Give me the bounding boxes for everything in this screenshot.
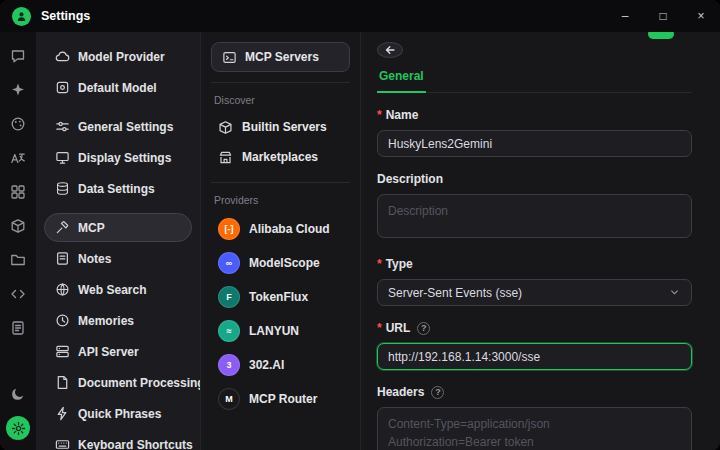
- sliders-icon: [55, 119, 70, 134]
- headers-textarea[interactable]: [377, 407, 692, 450]
- provider-tokenflux[interactable]: F TokenFlux: [211, 280, 350, 314]
- name-input[interactable]: [377, 130, 692, 157]
- sidebar-item-document-processing[interactable]: Document Processing: [44, 368, 192, 397]
- close-button[interactable]: ×: [682, 0, 720, 32]
- provider-mcp-router[interactable]: M MCP Router: [211, 382, 350, 416]
- headers-field: Headers ?: [377, 385, 692, 450]
- builtin-servers-item[interactable]: Builtin Servers: [211, 112, 350, 142]
- sidebar-item-model-provider[interactable]: Model Provider: [44, 42, 192, 71]
- rail-button-translate[interactable]: [6, 146, 30, 170]
- rail-button-code[interactable]: [6, 282, 30, 306]
- provider-label: MCP Router: [249, 392, 317, 406]
- sidebar-item-data-settings[interactable]: Data Settings: [44, 174, 192, 203]
- sidebar-item-label: Memories: [78, 314, 134, 328]
- tab-general[interactable]: General: [377, 63, 426, 93]
- rail-button-theme[interactable]: [6, 382, 30, 406]
- help-icon[interactable]: ?: [417, 322, 430, 335]
- lanyun-logo-icon: ≈: [218, 320, 240, 342]
- minimize-button[interactable]: –: [606, 0, 644, 32]
- mcp-servers-button[interactable]: MCP Servers: [211, 42, 350, 72]
- package-icon: [10, 218, 26, 234]
- provider-lanyun[interactable]: ≈ LANYUN: [211, 314, 350, 348]
- globe-icon: [55, 282, 70, 297]
- provider-label: 302.AI: [249, 358, 284, 372]
- sidebar-item-default-model[interactable]: Default Model: [44, 73, 192, 102]
- arrow-left-icon: [383, 43, 397, 57]
- rail-button-chat[interactable]: [6, 44, 30, 68]
- settings-window: Settings – □ ×: [0, 0, 720, 450]
- sidebar-item-display-settings[interactable]: Display Settings: [44, 143, 192, 172]
- sidebar-item-notes[interactable]: Notes: [44, 244, 192, 273]
- notes-icon: [55, 251, 70, 266]
- mcp-servers-label: MCP Servers: [245, 50, 319, 64]
- url-field-label: * URL ?: [377, 321, 692, 335]
- display-icon: [55, 150, 70, 165]
- type-select-value: Server-Sent Events (sse): [388, 286, 522, 300]
- clipboard-icon: [10, 320, 26, 336]
- folder-icon: [10, 252, 26, 268]
- document-icon: [55, 375, 70, 390]
- sidebar-item-label: MCP: [78, 221, 105, 235]
- provider-302ai[interactable]: 3 302.AI: [211, 348, 350, 382]
- sidebar-item-general-settings[interactable]: General Settings: [44, 112, 192, 141]
- zap-icon: [55, 406, 70, 421]
- app-icon-rail: [0, 32, 36, 450]
- translate-icon: [10, 150, 26, 166]
- rail-button-minapp[interactable]: [6, 214, 30, 238]
- field-label-text: Name: [386, 108, 419, 122]
- type-field-label: * Type: [377, 257, 692, 271]
- titlebar: Settings – □ ×: [0, 0, 720, 32]
- sidebar-item-keyboard-shortcuts[interactable]: Keyboard Shortcuts: [44, 430, 192, 450]
- sidebar-group-features: MCP Notes Web Search Memories API Server: [44, 213, 192, 450]
- url-input[interactable]: [377, 343, 692, 370]
- rail-button-palette[interactable]: [6, 112, 30, 136]
- clock-icon: [55, 313, 70, 328]
- active-toggle-partial[interactable]: [648, 32, 674, 39]
- field-label-text: Headers: [377, 385, 424, 399]
- description-textarea[interactable]: [377, 194, 692, 238]
- help-icon[interactable]: ?: [431, 386, 444, 399]
- sidebar-item-label: Document Processing: [78, 376, 200, 390]
- marketplaces-label: Marketplaces: [242, 150, 318, 164]
- provider-modelscope[interactable]: ∞ ModelScope: [211, 246, 350, 280]
- sidebar-item-web-search[interactable]: Web Search: [44, 275, 192, 304]
- gear-icon: [11, 421, 26, 436]
- provider-alibaba-cloud[interactable]: [-] Alibaba Cloud: [211, 212, 350, 246]
- rail-button-files[interactable]: [6, 248, 30, 272]
- rail-button-apps[interactable]: [6, 180, 30, 204]
- sidebar-item-label: Keyboard Shortcuts: [78, 438, 193, 450]
- window-title: Settings: [41, 9, 90, 23]
- maximize-button[interactable]: □: [644, 0, 682, 32]
- sidebar-item-label: Quick Phrases: [78, 407, 161, 421]
- sidebar-item-label: Web Search: [78, 283, 146, 297]
- keyboard-icon: [55, 437, 70, 450]
- store-icon: [218, 150, 233, 165]
- type-select[interactable]: Server-Sent Events (sse): [377, 279, 692, 306]
- server-detail-panel: General * Name Description * Type: [360, 32, 720, 450]
- rail-button-notes[interactable]: [6, 316, 30, 340]
- code-icon: [10, 286, 26, 302]
- moon-icon: [10, 386, 26, 402]
- marketplaces-item[interactable]: Marketplaces: [211, 142, 350, 172]
- sidebar-item-label: API Server: [78, 345, 139, 359]
- mcp-hammer-icon: [55, 220, 70, 235]
- sidebar-item-memories[interactable]: Memories: [44, 306, 192, 335]
- sidebar-item-mcp[interactable]: MCP: [44, 213, 192, 242]
- sidebar-item-api-server[interactable]: API Server: [44, 337, 192, 366]
- user-icon: [15, 10, 28, 23]
- app-avatar[interactable]: [12, 7, 31, 26]
- sidebar-item-quick-phrases[interactable]: Quick Phrases: [44, 399, 192, 428]
- chat-icon: [10, 48, 26, 64]
- settings-sidebar: Model Provider Default Model General Set…: [36, 32, 200, 450]
- rail-button-magic[interactable]: [6, 78, 30, 102]
- divider: [211, 182, 350, 183]
- back-button[interactable]: [377, 42, 403, 58]
- sidebar-item-label: General Settings: [78, 120, 173, 134]
- type-field: * Type Server-Sent Events (sse): [377, 257, 692, 306]
- terminal-icon: [222, 50, 237, 65]
- server-icon: [55, 344, 70, 359]
- rail-button-settings[interactable]: [6, 416, 30, 440]
- name-field: * Name: [377, 108, 692, 157]
- description-field: Description: [377, 172, 692, 242]
- field-label-text: Description: [377, 172, 443, 186]
